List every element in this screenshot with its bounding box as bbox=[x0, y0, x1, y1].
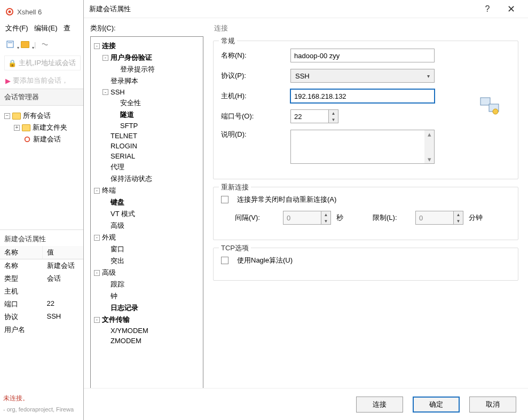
tree-expander-icon[interactable]: - bbox=[94, 317, 100, 323]
category-tree-item[interactable]: X/YMODEM bbox=[93, 326, 201, 336]
spinner-arrows[interactable]: ▲▼ bbox=[453, 211, 463, 224]
props-value: SSH bbox=[43, 311, 85, 323]
open-icon[interactable]: ▾ bbox=[19, 38, 31, 50]
menu-file[interactable]: 文件(F) bbox=[5, 24, 28, 32]
props-row: 主机 bbox=[0, 285, 85, 298]
arrow-down-icon[interactable]: ▼ bbox=[329, 116, 338, 123]
tree-folder[interactable]: + 新建文件夹 bbox=[2, 122, 83, 133]
category-tree-item[interactable]: 隧道 bbox=[93, 109, 201, 121]
protocol-select[interactable]: SSH ▾ bbox=[290, 69, 435, 83]
tree-root[interactable]: − 所有会话 bbox=[2, 110, 83, 122]
category-tree-item[interactable]: 钟 bbox=[93, 290, 201, 302]
lock-icon: 🔒 bbox=[8, 59, 17, 67]
host-input[interactable]: 🔒 主机,IP地址或会话 bbox=[4, 56, 81, 70]
arrow-down-icon[interactable]: ▼ bbox=[454, 218, 463, 224]
category-tree-item[interactable]: 跟踪 bbox=[93, 279, 201, 290]
tree-expander-icon[interactable]: - bbox=[103, 89, 108, 95]
spinner-arrows[interactable]: ▲▼ bbox=[321, 211, 330, 224]
spinner-arrows[interactable]: ▲▼ bbox=[328, 110, 338, 123]
category-tree-item[interactable]: -高级 bbox=[93, 267, 201, 279]
props-row: 端口22 bbox=[0, 298, 85, 311]
props-header: 名称 值 bbox=[0, 246, 85, 259]
footer-text: - org, fedoraproject, Firewa bbox=[0, 405, 77, 414]
tree-expander-icon[interactable]: - bbox=[94, 43, 100, 49]
help-button[interactable]: ? bbox=[476, 4, 499, 14]
category-label: 高级 bbox=[111, 221, 124, 231]
category-tree-item[interactable]: 键盘 bbox=[93, 196, 201, 208]
svg-rect-2 bbox=[7, 41, 13, 47]
new-session-icon[interactable]: ▾ bbox=[4, 38, 16, 50]
close-button[interactable]: ✕ bbox=[499, 3, 523, 15]
nagle-checkbox[interactable] bbox=[221, 257, 228, 264]
reconnect-checkbox[interactable] bbox=[221, 196, 228, 203]
category-label: 钟 bbox=[111, 291, 117, 301]
arrow-up-icon[interactable]: ▲ bbox=[329, 110, 338, 116]
props-row: 用户名 bbox=[0, 323, 85, 336]
collapse-icon[interactable]: − bbox=[4, 113, 10, 119]
limit-input[interactable] bbox=[416, 211, 453, 224]
category-tree-item[interactable]: 保持活动状态 bbox=[93, 173, 201, 185]
cancel-button[interactable]: 取消 bbox=[469, 397, 516, 413]
category-tree-item[interactable]: 日志记录 bbox=[93, 302, 201, 314]
tree-expander-icon[interactable]: - bbox=[94, 270, 100, 276]
name-input[interactable] bbox=[290, 49, 435, 62]
scrollbar[interactable]: ▴▾ bbox=[424, 130, 434, 163]
props-rows: 名称新建会话类型会话主机端口22协议SSH用户名 bbox=[0, 259, 85, 336]
tree-expander-icon[interactable]: - bbox=[94, 188, 100, 194]
category-tree-item[interactable]: SERIAL bbox=[93, 151, 201, 161]
category-tree-item[interactable]: 窗口 bbox=[93, 243, 201, 255]
desc-textarea[interactable]: ▴▾ bbox=[290, 130, 435, 164]
tree-expander-icon[interactable]: - bbox=[103, 55, 108, 61]
dialog-title: 新建会话属性 bbox=[89, 4, 476, 14]
port-input[interactable] bbox=[291, 110, 328, 123]
category-tree-item[interactable]: -SSH bbox=[93, 87, 201, 97]
category-tree-item[interactable]: 突出 bbox=[93, 255, 201, 267]
category-tree-item[interactable]: 高级 bbox=[93, 220, 201, 232]
category-tree[interactable]: -连接-用户身份验证登录提示符登录脚本-SSH安全性隧道SFTPTELNETRL… bbox=[90, 36, 203, 388]
menu-edit[interactable]: 编辑(E) bbox=[34, 24, 57, 32]
category-label: X/YMODEM bbox=[111, 327, 148, 335]
category-label: 用户身份验证 bbox=[111, 53, 152, 62]
category-tree-item[interactable]: 安全性 bbox=[93, 97, 201, 109]
host-input[interactable] bbox=[290, 89, 435, 103]
props-row: 协议SSH bbox=[0, 311, 85, 323]
protocol-label: 协议(P): bbox=[221, 71, 285, 81]
category-tree-item[interactable]: 登录脚本 bbox=[93, 75, 201, 87]
category-tree-item[interactable]: -外观 bbox=[93, 232, 201, 243]
category-tree-item[interactable]: -连接 bbox=[93, 40, 201, 52]
category-tree-item[interactable]: 代理 bbox=[93, 161, 201, 173]
arrow-down-icon[interactable]: ▼ bbox=[321, 218, 330, 224]
menu-view[interactable]: 查 bbox=[64, 24, 70, 32]
expand-icon[interactable]: + bbox=[14, 125, 20, 131]
category-tree-item[interactable]: -终端 bbox=[93, 185, 201, 196]
new-session-dialog: 新建会话属性 ? ✕ 类别(C): -连接-用户身份验证登录提示符登录脚本-SS… bbox=[83, 0, 528, 420]
tree-folder-label: 新建文件夹 bbox=[33, 123, 67, 132]
props-value: 会话 bbox=[43, 272, 85, 285]
interval-input[interactable] bbox=[283, 211, 321, 224]
category-tree-item[interactable]: -文件传输 bbox=[93, 314, 201, 326]
tree-session[interactable]: 新建会话 bbox=[2, 133, 83, 145]
folder-icon bbox=[12, 113, 21, 120]
category-tree-item[interactable]: VT 模式 bbox=[93, 208, 201, 220]
interval-spinner[interactable]: ▲▼ bbox=[283, 211, 331, 225]
tree-expander-icon[interactable]: - bbox=[94, 235, 100, 241]
tree-spacer bbox=[103, 247, 108, 252]
connect-button[interactable]: 连接 bbox=[356, 397, 403, 413]
category-label: 跟踪 bbox=[111, 280, 124, 289]
menu-bar: 文件(F) 编辑(E) 查 bbox=[0, 21, 85, 35]
port-spinner[interactable]: ▲▼ bbox=[290, 109, 338, 123]
link-icon[interactable] bbox=[39, 38, 51, 50]
category-tree-item[interactable]: 登录提示符 bbox=[93, 64, 201, 75]
category-tree-item[interactable]: TELNET bbox=[93, 131, 201, 141]
category-tree-item[interactable]: -用户身份验证 bbox=[93, 52, 201, 64]
category-tree-item[interactable]: SFTP bbox=[93, 121, 201, 131]
arrow-up-icon[interactable]: ▲ bbox=[454, 211, 463, 218]
arrow-up-icon[interactable]: ▲ bbox=[321, 211, 330, 218]
limit-spinner[interactable]: ▲▼ bbox=[415, 211, 463, 225]
category-tree-item[interactable]: ZMODEM bbox=[93, 336, 201, 346]
ok-button[interactable]: 确定 bbox=[413, 397, 460, 413]
status-text: 未连接。 bbox=[0, 392, 32, 405]
category-label: TELNET bbox=[111, 132, 137, 140]
tree-spacer bbox=[112, 123, 118, 129]
category-tree-item[interactable]: RLOGIN bbox=[93, 141, 201, 151]
